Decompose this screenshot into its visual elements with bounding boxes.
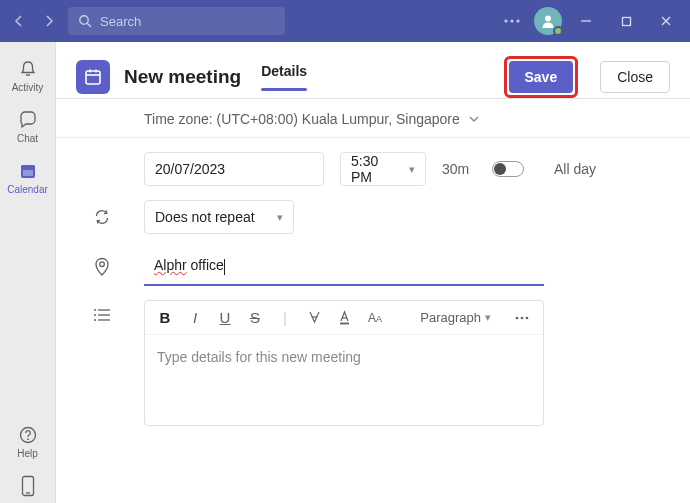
italic-button[interactable]: I (187, 309, 203, 326)
rail-label: Activity (12, 82, 44, 93)
search-input[interactable]: Search (68, 7, 285, 35)
rail-device[interactable] (0, 469, 56, 503)
rail-chat[interactable]: Chat (0, 103, 56, 150)
svg-rect-7 (622, 17, 630, 25)
separator: | (277, 309, 293, 326)
svg-rect-12 (23, 170, 33, 176)
forward-button[interactable] (38, 10, 60, 32)
paragraph-select[interactable]: Paragraph ▾ (420, 310, 491, 325)
date-value: 20/07/2023 (155, 161, 225, 177)
rail-calendar[interactable]: Calendar (0, 154, 56, 201)
chevron-down-icon: ▾ (277, 211, 283, 224)
chevron-down-icon: ▾ (485, 311, 491, 324)
main-content: New meeting Details Save Close Time zone… (56, 42, 690, 503)
bold-button[interactable]: B (157, 309, 173, 326)
presence-available-icon (553, 26, 563, 36)
save-highlight: Save (504, 56, 579, 98)
location-input[interactable]: Alphr office (144, 248, 544, 286)
chevron-down-icon: ▾ (409, 163, 415, 176)
datetime-row: 20/07/2023 5:30 PM ▾ 30m All day (76, 152, 670, 186)
svg-point-32 (521, 316, 524, 319)
rail-label: Help (17, 448, 38, 459)
svg-point-27 (94, 319, 96, 321)
svg-point-5 (545, 16, 551, 22)
maximize-button[interactable] (610, 5, 642, 37)
calendar-badge-icon (76, 60, 110, 94)
recurrence-value: Does not repeat (155, 209, 255, 225)
time-input[interactable]: 5:30 PM ▾ (340, 152, 426, 186)
svg-point-3 (510, 19, 513, 22)
svg-rect-11 (21, 165, 35, 169)
font-size-button[interactable]: AA (367, 311, 383, 325)
date-input[interactable]: 20/07/2023 (144, 152, 324, 186)
allday-label: All day (554, 161, 596, 177)
calendar-icon (17, 160, 39, 182)
svg-point-31 (516, 316, 519, 319)
recurrence-row: Does not repeat ▾ (76, 200, 670, 234)
rail-help[interactable]: Help (0, 418, 56, 465)
timezone-row[interactable]: Time zone: (UTC+08:00) Kuala Lumpur, Sin… (56, 99, 690, 138)
more-icon[interactable] (498, 7, 526, 35)
paragraph-label: Paragraph (420, 310, 481, 325)
recurrence-icon (76, 208, 128, 226)
highlight-button[interactable] (307, 310, 323, 325)
svg-point-13 (20, 428, 35, 443)
chevron-down-icon (468, 115, 480, 123)
svg-point-21 (100, 262, 105, 267)
description-textarea[interactable]: Type details for this new meeting (145, 335, 543, 425)
description-row: B I U S | AA (76, 300, 670, 426)
strikethrough-button[interactable]: S (247, 309, 263, 326)
page-title: New meeting (124, 66, 241, 88)
timezone-label: Time zone: (UTC+08:00) Kuala Lumpur, Sin… (144, 111, 460, 127)
font-color-button[interactable] (337, 310, 353, 325)
rail-label: Calendar (7, 184, 48, 195)
time-value: 5:30 PM (351, 153, 401, 185)
svg-point-4 (516, 19, 519, 22)
app-rail: Activity Chat Calendar Help (0, 42, 56, 503)
more-formatting-button[interactable] (515, 316, 531, 320)
help-icon (17, 424, 39, 446)
rail-activity[interactable]: Activity (0, 52, 56, 99)
search-icon (78, 14, 92, 28)
back-button[interactable] (8, 10, 30, 32)
svg-point-2 (504, 19, 507, 22)
minimize-button[interactable] (570, 5, 602, 37)
svg-point-33 (526, 316, 529, 319)
search-placeholder: Search (100, 14, 141, 29)
device-icon (17, 475, 39, 497)
page-header: New meeting Details Save Close (56, 42, 690, 98)
allday-toggle[interactable] (492, 161, 524, 177)
svg-line-1 (87, 23, 91, 27)
rail-label: Chat (17, 133, 38, 144)
svg-point-26 (94, 314, 96, 316)
underline-button[interactable]: U (217, 309, 233, 326)
close-button[interactable]: Close (600, 61, 670, 93)
location-row: Alphr office (76, 248, 670, 286)
description-icon (76, 300, 128, 322)
tab-details[interactable]: Details (261, 63, 307, 91)
description-placeholder: Type details for this new meeting (157, 349, 361, 365)
recurrence-select[interactable]: Does not repeat ▾ (144, 200, 294, 234)
editor-toolbar: B I U S | AA (145, 301, 543, 335)
svg-point-25 (94, 309, 96, 311)
close-window-button[interactable] (650, 5, 682, 37)
title-bar: Search (0, 0, 690, 42)
svg-rect-17 (86, 71, 100, 84)
avatar[interactable] (534, 7, 562, 35)
svg-point-0 (80, 16, 88, 24)
duration-label: 30m (442, 161, 476, 177)
toggle-knob (494, 163, 506, 175)
location-icon (76, 257, 128, 277)
save-button[interactable]: Save (509, 61, 574, 93)
chat-icon (17, 109, 39, 131)
location-value: Alphr office (154, 257, 225, 274)
bell-icon (17, 58, 39, 80)
svg-point-14 (27, 438, 29, 440)
description-editor: B I U S | AA (144, 300, 544, 426)
